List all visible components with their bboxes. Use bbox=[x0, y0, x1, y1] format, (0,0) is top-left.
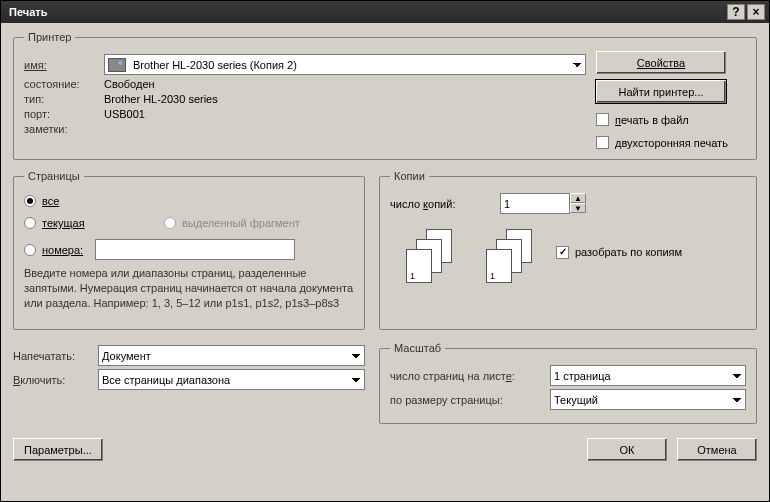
pages-per-sheet-select[interactable]: 1 страница bbox=[550, 365, 746, 386]
pages-hint: Введите номера или диапазоны страниц, ра… bbox=[24, 266, 354, 311]
printer-state-value: Свободен bbox=[104, 78, 155, 90]
print-what-select[interactable]: Документ bbox=[98, 345, 365, 366]
spin-up-icon[interactable]: ▲ bbox=[570, 193, 586, 203]
fit-select[interactable]: Текущий bbox=[550, 389, 746, 410]
printer-icon bbox=[108, 58, 126, 72]
radio-icon bbox=[24, 195, 36, 207]
pages-per-sheet-label: число страниц на листе: bbox=[390, 370, 550, 382]
pages-numbers-label: номера: bbox=[42, 244, 83, 256]
fit-label: по размеру страницы: bbox=[390, 394, 550, 406]
spin-down-icon[interactable]: ▼ bbox=[570, 203, 586, 213]
include-label: Включить: bbox=[13, 374, 98, 386]
printer-name-label: имя: bbox=[24, 59, 104, 71]
collate-illustration: 3 2 1 3 2 1 bbox=[406, 229, 536, 283]
copies-group: Копии число копий: ▲ ▼ 3 bbox=[379, 170, 757, 330]
collate-checkbox[interactable]: разобрать по копиям bbox=[556, 246, 682, 259]
print-what-label: Напечатать: bbox=[13, 350, 98, 362]
pages-numbers-radio[interactable]: номера: bbox=[24, 239, 354, 260]
duplex-checkbox[interactable]: двухсторонняя печать bbox=[596, 136, 746, 149]
pages-current-radio[interactable]: текущая bbox=[24, 217, 164, 229]
copies-spinner[interactable]: ▲ ▼ bbox=[500, 193, 586, 214]
pages-group: Страницы все текущая выделенный фрагмент bbox=[13, 170, 365, 330]
printer-name-select[interactable]: Brother HL-2030 series (Копия 2) bbox=[104, 54, 586, 75]
printer-legend: Принтер bbox=[24, 31, 75, 43]
find-printer-button[interactable]: Найти принтер... bbox=[596, 80, 726, 103]
scale-group: Масштаб число страниц на листе: 1 страни… bbox=[379, 342, 757, 424]
pages-selection-radio: выделенный фрагмент bbox=[164, 217, 300, 229]
properties-button[interactable]: Свойства bbox=[596, 51, 726, 74]
checkbox-icon bbox=[596, 113, 609, 126]
titlebar: Печать ? × bbox=[1, 1, 769, 23]
printer-port-value: USB001 bbox=[104, 108, 145, 120]
radio-icon bbox=[24, 244, 36, 256]
scale-legend: Масштаб bbox=[390, 342, 445, 354]
pages-current-label: текущая bbox=[42, 217, 85, 229]
checkbox-icon bbox=[596, 136, 609, 149]
options-button[interactable]: Параметры... bbox=[13, 438, 103, 461]
radio-icon bbox=[164, 217, 176, 229]
printer-type-label: тип: bbox=[24, 93, 104, 105]
pages-selection-label: выделенный фрагмент bbox=[182, 217, 300, 229]
printer-type-value: Brother HL-2030 series bbox=[104, 93, 218, 105]
pages-all-radio[interactable]: все bbox=[24, 195, 354, 207]
copies-count-input[interactable] bbox=[500, 193, 570, 214]
pages-all-label: все bbox=[42, 195, 59, 207]
print-to-file-label: печать в файл bbox=[615, 114, 689, 126]
printer-state-label: состояние: bbox=[24, 78, 104, 90]
print-to-file-checkbox[interactable]: печать в файл bbox=[596, 113, 746, 126]
window-title: Печать bbox=[5, 6, 725, 18]
checkbox-icon bbox=[556, 246, 569, 259]
copies-count-label: число копий: bbox=[390, 198, 500, 210]
printer-group: Принтер имя: Brother HL-2030 series (Коп… bbox=[13, 31, 757, 160]
ok-button[interactable]: ОК bbox=[587, 438, 667, 461]
copies-legend: Копии bbox=[390, 170, 429, 182]
printer-port-label: порт: bbox=[24, 108, 104, 120]
duplex-label: двухсторонняя печать bbox=[615, 137, 728, 149]
printer-notes-label: заметки: bbox=[24, 123, 104, 135]
collate-label: разобрать по копиям bbox=[575, 246, 682, 258]
pages-numbers-input[interactable] bbox=[95, 239, 295, 260]
help-button[interactable]: ? bbox=[727, 4, 745, 20]
pages-legend: Страницы bbox=[24, 170, 84, 182]
include-select[interactable]: Все страницы диапазона bbox=[98, 369, 365, 390]
radio-icon bbox=[24, 217, 36, 229]
cancel-button[interactable]: Отмена bbox=[677, 438, 757, 461]
print-dialog: Печать ? × Принтер имя: Brother HL-2030 … bbox=[0, 0, 770, 502]
close-button[interactable]: × bbox=[747, 4, 765, 20]
